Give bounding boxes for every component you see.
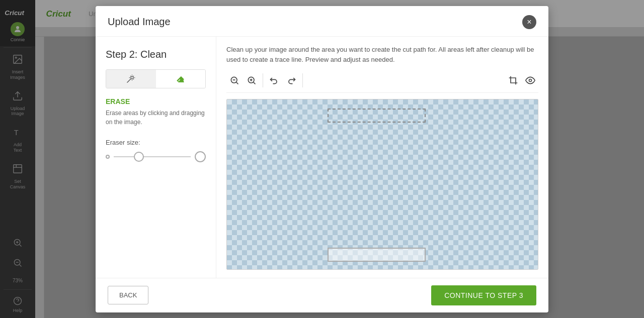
eraser-icon	[176, 74, 186, 84]
tool-tabs	[106, 69, 206, 88]
crop-button[interactable]	[505, 72, 521, 88]
step-description: Clean up your image around the area you …	[226, 45, 538, 66]
eraser-size-label: Eraser size:	[106, 139, 206, 146]
svg-point-27	[529, 79, 532, 82]
zoom-in-icon	[247, 75, 257, 85]
modal-right-panel: Clean up your image around the area you …	[216, 37, 548, 278]
close-button[interactable]: ×	[522, 15, 536, 29]
svg-line-24	[254, 82, 256, 84]
eraser-tab[interactable]	[156, 70, 206, 88]
slider-min-indicator	[106, 155, 110, 159]
selection-box-bottom	[328, 248, 426, 262]
slider-max-indicator	[195, 151, 206, 162]
preview-button[interactable]	[522, 72, 538, 88]
magic-eraser-tab[interactable]	[106, 70, 156, 88]
modal-header: Upload Image ×	[96, 6, 548, 37]
zoom-out-button[interactable]	[226, 72, 243, 88]
svg-point-19	[131, 76, 133, 79]
modal-title: Upload Image	[108, 16, 171, 28]
image-canvas[interactable]	[226, 99, 538, 269]
svg-line-21	[236, 82, 238, 84]
selection-box-top	[328, 109, 426, 123]
undo-icon	[269, 75, 279, 85]
eraser-size-slider[interactable]	[114, 156, 191, 157]
zoom-out-icon	[229, 75, 239, 85]
toolbar-divider-2	[302, 73, 303, 87]
modal-footer: BACK CONTINUE TO STEP 3	[96, 278, 548, 312]
undo-button[interactable]	[266, 72, 282, 88]
modal-left-panel: Step 2: Clean	[96, 37, 216, 278]
step-title: Step 2: Clean	[106, 49, 206, 60]
crop-icon	[508, 75, 518, 85]
zoom-in-button[interactable]	[244, 72, 260, 88]
redo-button[interactable]	[283, 72, 299, 88]
back-button[interactable]: BACK	[108, 286, 148, 304]
eraser-size-slider-container	[106, 151, 206, 162]
modal-body: Step 2: Clean	[96, 37, 548, 278]
magic-wand-icon	[126, 74, 136, 84]
modal-overlay: Upload Image × Step 2: Clean	[0, 0, 644, 318]
active-tool-name: ERASE	[106, 97, 206, 105]
toolbar-divider-1	[263, 73, 263, 87]
continue-button[interactable]: CONTINUE TO STEP 3	[431, 285, 536, 305]
eye-icon	[525, 75, 535, 85]
image-toolbar	[226, 72, 538, 93]
upload-image-modal: Upload Image × Step 2: Clean	[96, 6, 548, 312]
redo-icon	[286, 75, 296, 85]
active-tool-description: Erase areas by clicking and dragging on …	[106, 109, 206, 127]
